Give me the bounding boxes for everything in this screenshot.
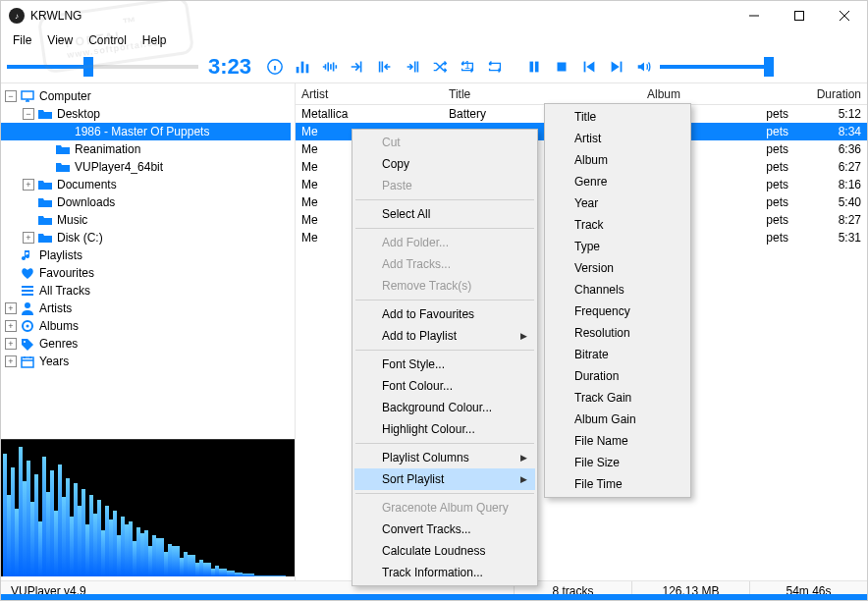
tree-item[interactable]: +Years [1, 353, 291, 370]
menu-item: Cut [354, 132, 535, 153]
taskbar [1, 594, 867, 600]
window-title: KRWLNG [30, 9, 81, 23]
tree-item[interactable]: −Desktop [1, 105, 291, 123]
sort-submenu[interactable]: TitleArtistAlbumGenreYearTrackTypeVersio… [544, 103, 691, 498]
prev-button[interactable] [575, 53, 603, 81]
submenu-item[interactable]: Track Gain [547, 387, 688, 409]
menu-item[interactable]: Sort Playlist▶ [354, 468, 535, 490]
end-button[interactable] [399, 53, 426, 81]
tree-item[interactable]: All Tracks [1, 282, 291, 300]
menu-item[interactable]: Font Colour... [354, 375, 535, 397]
menu-control[interactable]: Control [81, 31, 135, 49]
submenu-item[interactable]: File Name [547, 430, 688, 452]
stop-button[interactable] [548, 53, 575, 81]
seek-slider[interactable] [7, 55, 198, 79]
volume-icon[interactable] [630, 53, 658, 81]
app-icon: ♪ [9, 8, 25, 24]
submenu-item[interactable]: Resolution [547, 322, 688, 344]
svg-point-14 [25, 302, 30, 308]
tree-item[interactable]: VUPlayer4_64bit [1, 158, 291, 176]
visualizer [1, 439, 295, 576]
volume-slider[interactable] [660, 55, 768, 79]
menu-item[interactable]: Add to Playlist▶ [354, 325, 535, 347]
svg-rect-8 [558, 62, 567, 71]
menu-item[interactable]: Font Style... [354, 354, 535, 375]
skip-start-button[interactable] [344, 53, 371, 81]
playlist-header[interactable]: Artist Title Album Duration [296, 83, 867, 105]
pause-button[interactable] [520, 53, 548, 81]
submenu-item[interactable]: Track [547, 214, 688, 236]
tree-item[interactable]: Reanimation [1, 140, 291, 158]
tree-item[interactable]: +Documents [1, 176, 291, 193]
submenu-item[interactable]: File Size [547, 452, 688, 473]
tree-item[interactable]: 1986 - Master Of Puppets [1, 123, 291, 140]
menu-item[interactable]: Playlist Columns▶ [354, 447, 535, 468]
tree-item[interactable]: Music [1, 211, 291, 229]
menubar: File View Control Help [1, 30, 867, 50]
submenu-item[interactable]: File Time [547, 473, 688, 495]
tree-item[interactable]: +Artists [1, 300, 291, 317]
tree-item[interactable]: +Disk (C:) [1, 229, 291, 246]
menu-item[interactable]: Background Colour... [354, 397, 535, 418]
svg-rect-3 [301, 61, 304, 73]
menu-item[interactable]: Highlight Colour... [354, 418, 535, 440]
tree-item[interactable]: +Albums [1, 317, 291, 335]
start-button[interactable] [371, 53, 399, 81]
submenu-item[interactable]: Artist [547, 128, 688, 149]
next-button[interactable] [603, 53, 630, 81]
svg-marker-10 [586, 61, 594, 72]
menu-item[interactable]: Select All [354, 203, 535, 225]
time-display: 3:23 [208, 54, 251, 80]
repeat-button[interactable] [481, 53, 509, 81]
eq-button[interactable] [289, 53, 316, 81]
menu-view[interactable]: View [39, 31, 81, 49]
col-duration[interactable]: Duration [798, 87, 867, 101]
svg-rect-9 [584, 61, 586, 72]
sidebar: −Computer−Desktop1986 - Master Of Puppet… [1, 83, 296, 580]
tree-item[interactable]: +Genres [1, 335, 291, 353]
context-menu[interactable]: CutCopyPasteSelect AllAdd Folder...Add T… [352, 129, 538, 586]
tree-item[interactable]: Playlists [1, 246, 291, 264]
submenu-item[interactable]: Duration [547, 365, 688, 387]
submenu-item[interactable]: Type [547, 236, 688, 257]
submenu-item[interactable]: Genre [547, 171, 688, 192]
submenu-item[interactable]: Frequency [547, 300, 688, 322]
submenu-item[interactable]: Year [547, 192, 688, 214]
close-button[interactable] [822, 1, 867, 30]
svg-rect-18 [22, 357, 33, 367]
svg-rect-0 [795, 12, 804, 21]
menu-item[interactable]: Convert Tracks... [354, 519, 535, 540]
submenu-item[interactable]: Bitrate [547, 344, 688, 365]
col-title[interactable]: Title [443, 87, 641, 101]
shuffle-button[interactable] [426, 53, 454, 81]
svg-rect-6 [530, 61, 534, 72]
menu-item[interactable]: Add to Favourites [354, 303, 535, 325]
menu-item[interactable]: Track Information... [354, 562, 535, 583]
submenu-item[interactable]: Album Gain [547, 409, 688, 430]
col-album[interactable]: Album [641, 87, 798, 101]
col-artist[interactable]: Artist [296, 87, 443, 101]
submenu-item[interactable]: Album [547, 149, 688, 171]
tree-item[interactable]: Favourites [1, 264, 291, 282]
menu-help[interactable]: Help [135, 31, 175, 49]
menu-item: Remove Track(s) [354, 275, 535, 297]
submenu-item[interactable]: Channels [547, 279, 688, 300]
menu-item[interactable]: Calculate Loudness [354, 540, 535, 562]
svg-marker-12 [612, 61, 620, 72]
svg-rect-4 [306, 64, 309, 73]
menu-file[interactable]: File [5, 31, 39, 49]
info-button[interactable] [261, 53, 289, 81]
maximize-button[interactable] [777, 1, 822, 30]
spectrum-button[interactable] [316, 53, 344, 81]
submenu-item[interactable]: Title [547, 106, 688, 128]
minimize-button[interactable] [732, 1, 777, 30]
repeat-one-button[interactable]: 1 [454, 53, 481, 81]
submenu-item[interactable]: Version [547, 257, 688, 279]
folder-tree[interactable]: −Computer−Desktop1986 - Master Of Puppet… [1, 87, 295, 439]
svg-rect-2 [297, 67, 299, 73]
toolbar: 3:23 1 [1, 50, 867, 83]
menu-item[interactable]: Copy [354, 153, 535, 175]
svg-rect-11 [621, 61, 623, 72]
tree-item[interactable]: −Computer [1, 87, 291, 105]
tree-item[interactable]: Downloads [1, 193, 291, 211]
